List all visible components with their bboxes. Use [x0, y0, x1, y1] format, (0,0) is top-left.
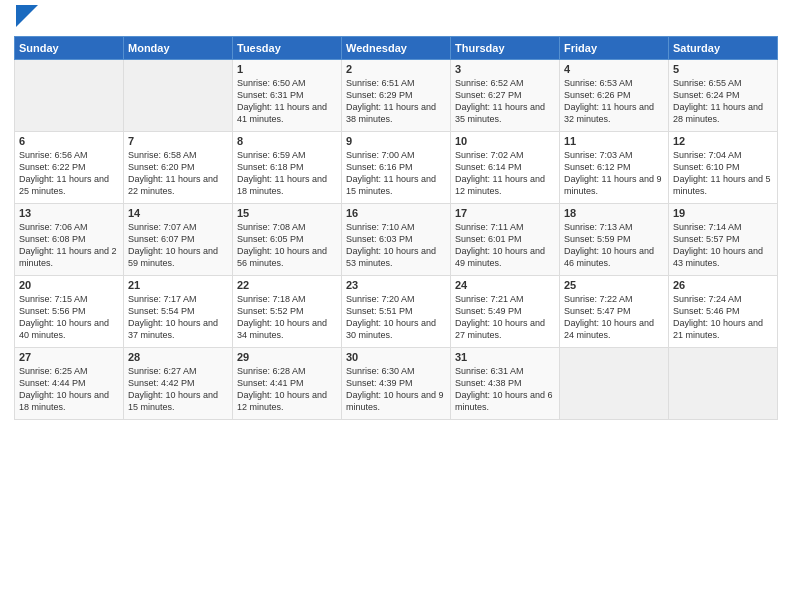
day-number: 31 [455, 351, 555, 363]
day-number: 29 [237, 351, 337, 363]
day-content: Sunrise: 7:03 AM Sunset: 6:12 PM Dayligh… [564, 149, 664, 198]
day-number: 26 [673, 279, 773, 291]
day-number: 15 [237, 207, 337, 219]
day-content: Sunrise: 6:50 AM Sunset: 6:31 PM Dayligh… [237, 77, 337, 126]
day-number: 18 [564, 207, 664, 219]
day-number: 19 [673, 207, 773, 219]
day-content: Sunrise: 6:59 AM Sunset: 6:18 PM Dayligh… [237, 149, 337, 198]
day-number: 3 [455, 63, 555, 75]
svg-marker-0 [16, 5, 38, 27]
calendar-cell: 8Sunrise: 6:59 AM Sunset: 6:18 PM Daylig… [233, 131, 342, 203]
day-content: Sunrise: 6:55 AM Sunset: 6:24 PM Dayligh… [673, 77, 773, 126]
day-header-saturday: Saturday [669, 36, 778, 59]
calendar-cell: 3Sunrise: 6:52 AM Sunset: 6:27 PM Daylig… [451, 59, 560, 131]
calendar-cell: 19Sunrise: 7:14 AM Sunset: 5:57 PM Dayli… [669, 203, 778, 275]
calendar-cell: 13Sunrise: 7:06 AM Sunset: 6:08 PM Dayli… [15, 203, 124, 275]
calendar-cell: 10Sunrise: 7:02 AM Sunset: 6:14 PM Dayli… [451, 131, 560, 203]
calendar-table: SundayMondayTuesdayWednesdayThursdayFrid… [14, 36, 778, 420]
calendar-week-2: 6Sunrise: 6:56 AM Sunset: 6:22 PM Daylig… [15, 131, 778, 203]
calendar-cell: 18Sunrise: 7:13 AM Sunset: 5:59 PM Dayli… [560, 203, 669, 275]
day-content: Sunrise: 6:53 AM Sunset: 6:26 PM Dayligh… [564, 77, 664, 126]
day-content: Sunrise: 6:30 AM Sunset: 4:39 PM Dayligh… [346, 365, 446, 414]
day-number: 21 [128, 279, 228, 291]
day-number: 4 [564, 63, 664, 75]
day-header-friday: Friday [560, 36, 669, 59]
calendar-cell: 6Sunrise: 6:56 AM Sunset: 6:22 PM Daylig… [15, 131, 124, 203]
calendar-cell: 31Sunrise: 6:31 AM Sunset: 4:38 PM Dayli… [451, 347, 560, 419]
calendar-cell [669, 347, 778, 419]
day-content: Sunrise: 7:17 AM Sunset: 5:54 PM Dayligh… [128, 293, 228, 342]
day-content: Sunrise: 7:24 AM Sunset: 5:46 PM Dayligh… [673, 293, 773, 342]
calendar-body: 1Sunrise: 6:50 AM Sunset: 6:31 PM Daylig… [15, 59, 778, 419]
day-content: Sunrise: 7:13 AM Sunset: 5:59 PM Dayligh… [564, 221, 664, 270]
day-content: Sunrise: 7:04 AM Sunset: 6:10 PM Dayligh… [673, 149, 773, 198]
calendar-cell: 30Sunrise: 6:30 AM Sunset: 4:39 PM Dayli… [342, 347, 451, 419]
day-number: 7 [128, 135, 228, 147]
day-content: Sunrise: 6:52 AM Sunset: 6:27 PM Dayligh… [455, 77, 555, 126]
calendar-cell: 17Sunrise: 7:11 AM Sunset: 6:01 PM Dayli… [451, 203, 560, 275]
calendar-week-1: 1Sunrise: 6:50 AM Sunset: 6:31 PM Daylig… [15, 59, 778, 131]
logo [14, 10, 38, 30]
day-number: 23 [346, 279, 446, 291]
calendar-cell: 21Sunrise: 7:17 AM Sunset: 5:54 PM Dayli… [124, 275, 233, 347]
day-number: 8 [237, 135, 337, 147]
day-content: Sunrise: 6:56 AM Sunset: 6:22 PM Dayligh… [19, 149, 119, 198]
day-content: Sunrise: 7:20 AM Sunset: 5:51 PM Dayligh… [346, 293, 446, 342]
day-content: Sunrise: 6:31 AM Sunset: 4:38 PM Dayligh… [455, 365, 555, 414]
calendar-cell: 22Sunrise: 7:18 AM Sunset: 5:52 PM Dayli… [233, 275, 342, 347]
calendar-cell: 20Sunrise: 7:15 AM Sunset: 5:56 PM Dayli… [15, 275, 124, 347]
calendar-cell: 1Sunrise: 6:50 AM Sunset: 6:31 PM Daylig… [233, 59, 342, 131]
calendar-cell: 27Sunrise: 6:25 AM Sunset: 4:44 PM Dayli… [15, 347, 124, 419]
day-header-thursday: Thursday [451, 36, 560, 59]
day-content: Sunrise: 7:14 AM Sunset: 5:57 PM Dayligh… [673, 221, 773, 270]
day-number: 9 [346, 135, 446, 147]
day-number: 14 [128, 207, 228, 219]
calendar-cell: 11Sunrise: 7:03 AM Sunset: 6:12 PM Dayli… [560, 131, 669, 203]
day-content: Sunrise: 6:27 AM Sunset: 4:42 PM Dayligh… [128, 365, 228, 414]
calendar-week-4: 20Sunrise: 7:15 AM Sunset: 5:56 PM Dayli… [15, 275, 778, 347]
day-content: Sunrise: 6:51 AM Sunset: 6:29 PM Dayligh… [346, 77, 446, 126]
day-number: 24 [455, 279, 555, 291]
day-number: 30 [346, 351, 446, 363]
day-content: Sunrise: 7:00 AM Sunset: 6:16 PM Dayligh… [346, 149, 446, 198]
calendar-header-row: SundayMondayTuesdayWednesdayThursdayFrid… [15, 36, 778, 59]
day-number: 25 [564, 279, 664, 291]
day-number: 2 [346, 63, 446, 75]
calendar-cell [15, 59, 124, 131]
day-number: 28 [128, 351, 228, 363]
day-number: 17 [455, 207, 555, 219]
day-header-tuesday: Tuesday [233, 36, 342, 59]
page-header [14, 10, 778, 30]
day-number: 11 [564, 135, 664, 147]
day-content: Sunrise: 7:02 AM Sunset: 6:14 PM Dayligh… [455, 149, 555, 198]
calendar-cell: 28Sunrise: 6:27 AM Sunset: 4:42 PM Dayli… [124, 347, 233, 419]
day-content: Sunrise: 7:08 AM Sunset: 6:05 PM Dayligh… [237, 221, 337, 270]
day-content: Sunrise: 7:11 AM Sunset: 6:01 PM Dayligh… [455, 221, 555, 270]
calendar-cell: 26Sunrise: 7:24 AM Sunset: 5:46 PM Dayli… [669, 275, 778, 347]
day-number: 27 [19, 351, 119, 363]
calendar-cell: 29Sunrise: 6:28 AM Sunset: 4:41 PM Dayli… [233, 347, 342, 419]
day-number: 16 [346, 207, 446, 219]
day-header-wednesday: Wednesday [342, 36, 451, 59]
calendar-cell: 23Sunrise: 7:20 AM Sunset: 5:51 PM Dayli… [342, 275, 451, 347]
day-header-monday: Monday [124, 36, 233, 59]
calendar-cell: 2Sunrise: 6:51 AM Sunset: 6:29 PM Daylig… [342, 59, 451, 131]
day-content: Sunrise: 7:10 AM Sunset: 6:03 PM Dayligh… [346, 221, 446, 270]
calendar-cell: 7Sunrise: 6:58 AM Sunset: 6:20 PM Daylig… [124, 131, 233, 203]
day-number: 10 [455, 135, 555, 147]
day-number: 13 [19, 207, 119, 219]
calendar-cell: 24Sunrise: 7:21 AM Sunset: 5:49 PM Dayli… [451, 275, 560, 347]
day-content: Sunrise: 6:58 AM Sunset: 6:20 PM Dayligh… [128, 149, 228, 198]
calendar-cell: 14Sunrise: 7:07 AM Sunset: 6:07 PM Dayli… [124, 203, 233, 275]
day-number: 20 [19, 279, 119, 291]
day-number: 5 [673, 63, 773, 75]
day-content: Sunrise: 7:22 AM Sunset: 5:47 PM Dayligh… [564, 293, 664, 342]
calendar-cell: 15Sunrise: 7:08 AM Sunset: 6:05 PM Dayli… [233, 203, 342, 275]
logo-icon [16, 5, 38, 27]
day-content: Sunrise: 6:28 AM Sunset: 4:41 PM Dayligh… [237, 365, 337, 414]
calendar-cell: 25Sunrise: 7:22 AM Sunset: 5:47 PM Dayli… [560, 275, 669, 347]
day-header-sunday: Sunday [15, 36, 124, 59]
calendar-cell: 12Sunrise: 7:04 AM Sunset: 6:10 PM Dayli… [669, 131, 778, 203]
day-content: Sunrise: 7:06 AM Sunset: 6:08 PM Dayligh… [19, 221, 119, 270]
calendar-cell: 4Sunrise: 6:53 AM Sunset: 6:26 PM Daylig… [560, 59, 669, 131]
